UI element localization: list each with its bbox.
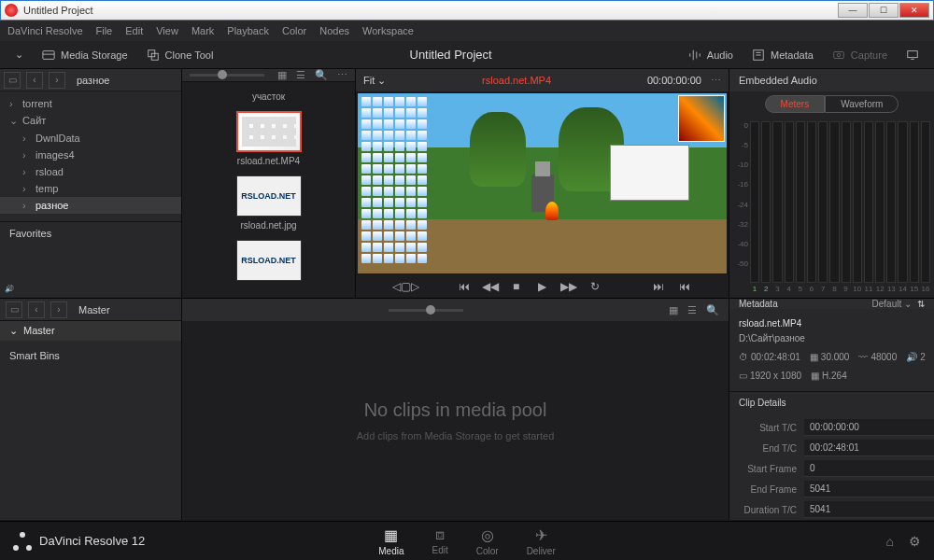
pool-layout-button[interactable]: ▭ xyxy=(6,301,22,318)
minimize-button[interactable]: — xyxy=(838,3,868,18)
match-frame-button[interactable]: ◁▢▷ xyxy=(392,280,409,293)
meter-channel xyxy=(796,121,805,283)
smart-bins-section: Smart Bins xyxy=(0,341,181,371)
step-fwd-button[interactable]: ▶▶ xyxy=(560,280,577,293)
pool-search-button[interactable]: 🔍 xyxy=(706,304,719,316)
source-viewer: Fit ⌄ rsload.net.MP4 00:00:00:00 ⋯ ◁▢▷ ⏮… xyxy=(355,69,729,298)
monitor-button[interactable] xyxy=(897,45,928,65)
master-bin[interactable]: ⌄Master xyxy=(0,321,181,341)
media-storage-button[interactable]: Media Storage xyxy=(33,45,137,65)
clone-tool-button[interactable]: Clone Tool xyxy=(137,45,223,65)
tree-item[interactable]: ⌄Сайт xyxy=(0,112,181,130)
page-tab-media[interactable]: ▦Media xyxy=(378,526,403,556)
tree-item[interactable]: ›torrent xyxy=(0,95,181,112)
thumb-size-slider[interactable] xyxy=(190,74,264,77)
meter-channel xyxy=(910,121,919,283)
capture-button[interactable]: Capture xyxy=(823,45,897,65)
list-view-button[interactable]: ☰ xyxy=(296,69,305,81)
grid-view-button[interactable]: ▦ xyxy=(277,69,287,81)
metadata-sort-button[interactable]: ⇅ xyxy=(917,299,925,309)
menu-view[interactable]: View xyxy=(156,25,178,36)
empty-pool-title: No clips in media pool xyxy=(364,399,547,421)
top-toolbar: ⌄ Media Storage Clone Tool Untitled Proj… xyxy=(0,41,934,69)
sidebar-layout-button[interactable]: ▭ xyxy=(4,72,21,89)
waveform-tab[interactable]: Waveform xyxy=(825,95,899,113)
play-button[interactable]: ▶ xyxy=(534,280,551,293)
page-tab-edit[interactable]: ⧈Edit xyxy=(432,526,447,556)
pool-breadcrumb: Master xyxy=(78,304,110,315)
settings-button[interactable]: ⚙ xyxy=(909,534,921,549)
zoom-fit-dropdown[interactable]: Fit ⌄ xyxy=(363,75,386,87)
stop-button[interactable]: ■ xyxy=(508,280,525,293)
metadata-icon xyxy=(752,49,765,62)
window-titlebar: Untitled Project — ☐ ✕ xyxy=(0,0,934,21)
menu-mark[interactable]: Mark xyxy=(191,25,214,36)
tree-item[interactable]: ›rsload xyxy=(0,163,181,180)
meter-channel xyxy=(785,121,794,283)
metadata-button[interactable]: Metadata xyxy=(743,45,823,65)
pool-fwd-button[interactable]: › xyxy=(50,301,67,318)
maximize-button[interactable]: ☐ xyxy=(869,3,899,18)
detail-row: Start T/C00:00:00:00 xyxy=(729,417,934,438)
close-button[interactable]: ✕ xyxy=(899,3,929,18)
menu-davinci-resolve[interactable]: DaVinci Resolve xyxy=(7,25,83,36)
nav-fwd-button[interactable]: › xyxy=(49,72,65,89)
window-title: Untitled Project xyxy=(23,5,93,16)
meter-channel xyxy=(898,121,907,283)
meter-channel xyxy=(875,121,884,283)
home-button[interactable]: ⌂ xyxy=(886,534,894,549)
goto-end-button[interactable]: ⏭ xyxy=(650,280,667,293)
media-pool-sidebar: ▭ ‹ › Master ⌄Master Smart Bins xyxy=(0,299,182,520)
step-back-button[interactable]: ◀◀ xyxy=(482,280,499,293)
tree-item[interactable]: ›images4 xyxy=(0,147,181,163)
menu-edit[interactable]: Edit xyxy=(125,25,143,36)
menu-bar: DaVinci ResolveFileEditViewMarkPlaybackC… xyxy=(0,21,934,41)
clip-thumbnail[interactable]: RSLOAD.NET xyxy=(236,175,302,217)
favorites-section: Favorites xyxy=(0,221,181,245)
current-folder: разное xyxy=(77,75,109,86)
next-clip-button[interactable]: ⏮ xyxy=(676,280,693,293)
mute-icon[interactable]: 🔊 xyxy=(4,285,14,293)
menu-nodes[interactable]: Nodes xyxy=(319,25,349,36)
channels-badge: 🔊 2 xyxy=(906,350,926,365)
page-tab-color[interactable]: ◎Color xyxy=(476,526,499,556)
pool-grid-button[interactable]: ▦ xyxy=(669,304,678,316)
media-pool: ▦ ☰ 🔍 No clips in media pool Add clips f… xyxy=(182,299,729,520)
loop-button[interactable]: ↻ xyxy=(587,280,603,293)
pool-list-button[interactable]: ☰ xyxy=(687,304,697,316)
menu-playback[interactable]: Playback xyxy=(227,25,269,36)
viewer-canvas[interactable] xyxy=(358,93,727,273)
resolution-badge: ▭ 1920 x 1080 xyxy=(739,369,801,384)
metadata-preset-dropdown[interactable]: Default ⌄ xyxy=(872,299,912,309)
svg-rect-7 xyxy=(834,51,844,58)
meter-channel xyxy=(818,121,828,283)
pool-back-button[interactable]: ‹ xyxy=(28,301,45,318)
nav-back-button[interactable]: ‹ xyxy=(26,72,43,89)
meter-channel xyxy=(864,121,873,283)
panel-toggle-button[interactable]: ⌄ xyxy=(6,45,33,64)
audio-button[interactable]: Audio xyxy=(679,45,743,65)
viewer-options-button[interactable]: ⋯ xyxy=(711,75,721,87)
meter-channel xyxy=(807,121,816,283)
meter-channel xyxy=(829,121,839,283)
tree-item[interactable]: ›temp xyxy=(0,180,181,197)
menu-color[interactable]: Color xyxy=(282,25,306,36)
clip-thumbnail[interactable] xyxy=(236,111,302,152)
menu-workspace[interactable]: Workspace xyxy=(362,25,414,36)
clip-thumbnail[interactable]: RSLOAD.NET xyxy=(236,240,302,281)
empty-pool-subtitle: Add clips from Media Storage to get star… xyxy=(357,430,555,441)
svg-rect-0 xyxy=(43,50,54,59)
goto-start-button[interactable]: ⏮ xyxy=(456,280,473,293)
project-title: Untitled Project xyxy=(222,48,679,62)
tree-item[interactable]: ›разное xyxy=(0,197,181,214)
options-button[interactable]: ⋯ xyxy=(337,69,347,81)
folder-tree: ›torrent⌄Сайт›DwnlData›images4›rsload›te… xyxy=(0,91,181,217)
menu-file[interactable]: File xyxy=(96,25,113,36)
resolve-logo-icon xyxy=(13,532,32,551)
page-tab-deliver[interactable]: ✈Deliver xyxy=(527,526,556,556)
meters-tab[interactable]: Meters xyxy=(765,95,826,113)
search-button[interactable]: 🔍 xyxy=(315,69,328,81)
viewer-clip-name: rsload.net.MP4 xyxy=(395,75,638,86)
pool-thumb-slider[interactable] xyxy=(389,309,463,312)
tree-item[interactable]: ›DwnlData xyxy=(0,130,181,147)
